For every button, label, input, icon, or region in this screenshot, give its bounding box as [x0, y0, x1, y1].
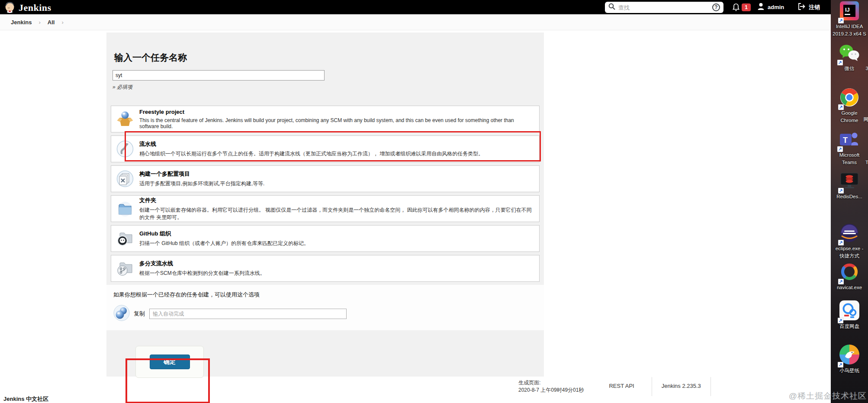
desktop-icon-label: navicat.exe — [837, 284, 862, 290]
desktop-icon-wechat[interactable]: 微信 3 — [831, 43, 868, 71]
shortcut-arrow-icon — [838, 318, 843, 323]
desktop-icon-intellij-idea[interactable]: IJ IntelliJ IDEA 2019.2.3 x64 S — [831, 1, 868, 37]
shortcut-arrow-icon — [838, 188, 844, 193]
svg-text:IJ: IJ — [845, 6, 850, 13]
logout-button[interactable]: 注销 — [797, 3, 820, 12]
cutoff-neighbor-label: 3 — [866, 66, 868, 71]
microsoft-teams-icon: T — [839, 130, 860, 151]
shortcut-arrow-icon — [838, 240, 844, 245]
desktop-icon-redis-desktop-manager[interactable]: RedisDes... — [831, 172, 868, 200]
eclipse-icon — [840, 223, 859, 244]
folder-icon — [115, 200, 135, 217]
shortcut-arrow-icon — [838, 279, 844, 284]
desktop-icon-microsoft-teams[interactable]: T Microsoft Teams T — [831, 130, 868, 165]
page-title: 输入一个任务名称 — [106, 32, 544, 64]
user-name: admin — [768, 4, 784, 10]
item-type-multibranch-pipeline[interactable]: 多分支流水线 根据一个SCM仓库中检测到的分支创建一系列流水线。 — [111, 255, 540, 282]
copy-hint-text: 如果你想根据一个已经存在的任务创建，可以使用这个选项 — [113, 291, 537, 299]
breadcrumb-all[interactable]: All — [48, 19, 55, 26]
search-help-icon[interactable]: ? — [712, 3, 720, 11]
jenkins-logo[interactable]: Jenkins — [4, 1, 51, 15]
shortcut-arrow-icon — [838, 104, 844, 110]
shortcut-arrow-icon — [837, 60, 843, 65]
bird-wallpaper-icon — [839, 345, 859, 366]
required-note: » 必填项 — [113, 84, 544, 91]
desktop-icon-label: Teams — [842, 159, 857, 165]
desktop-icon-navicat[interactable]: navicat.exe — [831, 262, 868, 290]
redis-desktop-manager-icon — [840, 172, 859, 192]
rest-api-link[interactable]: REST API — [609, 377, 634, 396]
user-icon — [757, 3, 765, 12]
ok-button-container: 确定 — [135, 346, 204, 378]
desktop-icon-google-chrome[interactable]: Google Chrome 网 — [831, 88, 868, 123]
notification-bell-icon[interactable] — [732, 3, 740, 13]
jenkins-new-item-page: Jenkins ? 1 admin 注销 Jenkins — [0, 0, 868, 403]
item-type-folder[interactable]: 文件夹 创建一个可以嵌套存储的容器。利用它可以进行分组。 视图仅仅是一个过滤器，… — [111, 195, 540, 222]
generated-time-block: 生成页面: 2020-8-7 上午09时49分01秒 — [518, 377, 584, 396]
pipeline-icon — [115, 140, 135, 158]
item-description: 创建一个可以嵌套存储的容器。利用它可以进行分组。 视图仅仅是一个过滤器，而文件夹… — [139, 206, 535, 221]
shortcut-arrow-icon — [838, 18, 844, 23]
item-type-github-organization[interactable]: GitHub 组织 扫描一个 GitHub 组织（或者个人账户）的所有仓库来匹配… — [111, 225, 540, 252]
chevron-right-icon: › — [39, 19, 40, 26]
desktop-icon-label: 小鸟壁纸 — [839, 368, 859, 374]
item-description: 根据一个SCM仓库中检测到的分支创建一系列流水线。 — [139, 270, 265, 277]
generated-label: 生成页面: — [518, 379, 584, 387]
shortcut-arrow-icon — [838, 362, 843, 368]
freestyle-project-icon — [115, 110, 135, 128]
shortcut-arrow-icon — [837, 146, 843, 152]
desktop-icon-label: IntelliJ IDEA — [836, 23, 863, 29]
page-footer: 生成页面: 2020-8-7 上午09时49分01秒 REST API Jenk… — [518, 377, 711, 396]
item-type-pipeline[interactable]: 流水线 精心地组织一个可以长期运行在多个节点上的任务。适用于构建流水线（更加正式… — [111, 135, 540, 162]
desktop-icon-label: 微信 — [845, 65, 855, 71]
multibranch-pipeline-icon — [115, 260, 135, 277]
item-description: 精心地组织一个可以长期运行在多个节点上的任务。适用于构建流水线（更加正式地应当称… — [139, 150, 483, 158]
item-name-input[interactable] — [113, 70, 325, 81]
ok-button[interactable]: 确定 — [150, 355, 190, 369]
ok-section: 确定 — [106, 330, 544, 384]
logout-icon — [797, 3, 806, 12]
generated-time: 2020-8-7 上午09时49分01秒 — [518, 387, 584, 394]
wechat-icon — [839, 43, 860, 64]
notification-count-badge[interactable]: 1 — [742, 3, 751, 11]
item-type-multiconfiguration[interactable]: 构建一个多配置项目 适用于多配置项目,例如多环境测试,平台指定构建,等等. — [111, 165, 540, 192]
item-description: 扫描一个 GitHub 组织（或者个人账户）的所有仓库来匹配已定义的标记。 — [139, 240, 309, 247]
chevron-right-icon: › — [61, 19, 63, 26]
desktop-icon-label: Microsoft — [839, 152, 860, 158]
copy-label: 复制 — [134, 310, 145, 318]
desktop-icon-bird-wallpaper[interactable]: 小鸟壁纸 — [831, 345, 868, 374]
user-menu[interactable]: admin — [757, 3, 784, 12]
desktop-icon-eclipse[interactable]: eclipse.exe - 快捷方式 — [831, 223, 868, 259]
jenkins-version-link[interactable]: Jenkins 2.235.3 — [652, 377, 711, 396]
navicat-icon — [840, 262, 859, 283]
search-icon — [608, 3, 615, 12]
windows-desktop-strip: IJ IntelliJ IDEA 2019.2.3 x64 S — [831, 0, 868, 403]
copy-icon — [113, 305, 130, 323]
intellij-idea-icon: IJ — [840, 1, 859, 22]
item-type-freestyle[interactable]: Freestyle project This is the central fe… — [111, 106, 540, 132]
desktop-icon-label: 2019.2.3 x64 S — [833, 31, 866, 37]
desktop-icon-baidu-netdisk[interactable]: 百度网盘 — [831, 300, 868, 329]
main-content: 输入一个任务名称 » 必填项 — [0, 30, 831, 403]
item-title: 文件夹 — [139, 197, 535, 204]
svg-text:T: T — [843, 136, 848, 145]
item-description: This is the central feature of Jenkins. … — [139, 117, 535, 129]
multi-configuration-icon — [115, 170, 135, 187]
item-title: 多分支流水线 — [139, 260, 265, 268]
brand-title: Jenkins — [19, 2, 51, 13]
copy-from-input[interactable] — [149, 309, 347, 319]
item-title: GitHub 组织 — [139, 230, 309, 238]
cutoff-neighbor-label: T — [865, 160, 868, 165]
search-input[interactable] — [618, 4, 712, 11]
search-box[interactable]: ? — [605, 2, 723, 13]
item-title: 构建一个多配置项目 — [139, 170, 264, 178]
desktop-icon-label: 快捷方式 — [839, 253, 859, 259]
new-item-form: 输入一个任务名称 » 必填项 — [106, 32, 544, 377]
desktop-icon-label: RedisDes... — [836, 193, 862, 200]
jenkins-chinese-community-link[interactable]: Jenkins 中文社区 — [3, 395, 48, 403]
cutoff-neighbor-label: 网 — [864, 116, 868, 123]
desktop-icon-label: eclipse.exe - — [836, 245, 864, 251]
github-organization-icon — [115, 230, 135, 247]
jenkins-butler-icon — [4, 1, 15, 15]
breadcrumb-jenkins[interactable]: Jenkins — [11, 19, 32, 26]
